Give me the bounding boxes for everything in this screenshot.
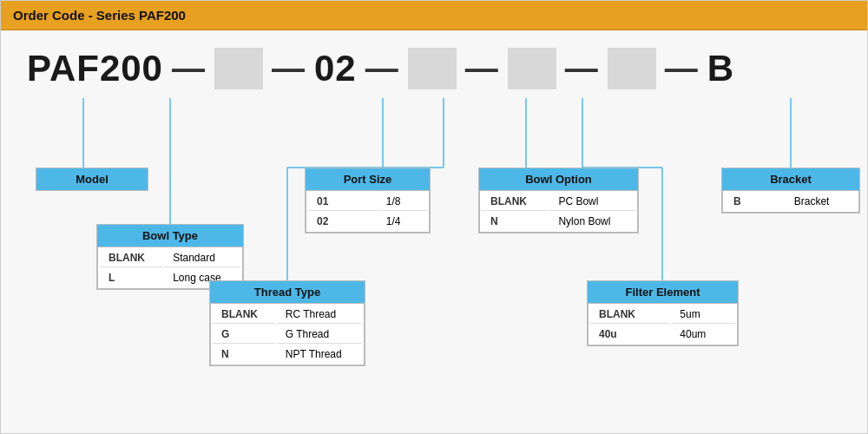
dash-4: — <box>457 50 508 88</box>
bowl-option-box: Bowl Option BLANKPC BowlNNylon Bowl <box>478 168 639 233</box>
thread-type-box: Thread Type BLANKRC ThreadGG ThreadNNPT … <box>209 280 365 366</box>
dash-5: — <box>556 50 608 88</box>
box-bowl-type <box>214 48 263 89</box>
order-code-row: PAF200 — — 02 — — — — B <box>18 39 850 89</box>
model-box: Model <box>36 168 148 191</box>
desc-cell: 5um <box>671 306 735 324</box>
code-cell: BLANK <box>100 249 162 267</box>
filter-element-box: Filter Element BLANK5um40u40um <box>587 280 739 346</box>
code-02: 02 <box>314 48 357 89</box>
table-row: BBracket <box>725 193 857 210</box>
desc-cell: 40um <box>671 326 735 343</box>
desc-cell: Nylon Bowl <box>549 213 635 230</box>
table-row: 40u40um <box>590 326 735 343</box>
desc-cell: Bracket <box>786 193 857 210</box>
code-cell: B <box>725 193 784 210</box>
dash-6: — <box>656 50 707 88</box>
desc-cell: PC Bowl <box>549 193 635 211</box>
table-row: 021/4 <box>308 213 427 230</box>
code-cell: L <box>100 269 162 286</box>
port-size-header: Port Size <box>306 168 430 190</box>
box-thread <box>408 48 457 89</box>
filter-element-table: BLANK5um40u40um <box>588 303 738 345</box>
desc-cell: 1/4 <box>378 213 427 230</box>
table-row: NNylon Bowl <box>482 213 635 230</box>
bowl-option-table: BLANKPC BowlNNylon Bowl <box>479 190 638 233</box>
bowl-type-header: Bowl Type <box>97 225 243 247</box>
box-filter <box>608 48 656 89</box>
desc-cell: Standard <box>164 249 240 267</box>
bowl-option-header: Bowl Option <box>479 168 638 190</box>
desc-cell: G Thread <box>277 326 362 344</box>
code-cell: N <box>482 213 548 230</box>
table-row: BLANKRC Thread <box>213 306 362 324</box>
table-row: 011/8 <box>308 193 427 211</box>
header-title: Order Code - Series PAF200 <box>13 8 186 23</box>
desc-cell: NPT Thread <box>277 345 362 363</box>
code-cell: 01 <box>308 193 376 211</box>
code-cell: BLANK <box>482 193 548 211</box>
port-size-table: 011/8021/4 <box>306 190 430 233</box>
content-area: PAF200 — — 02 — — — — B <box>1 30 867 433</box>
code-cell: 02 <box>308 213 376 230</box>
box-bowl-option <box>508 48 556 89</box>
model-header: Model <box>36 168 148 190</box>
code-cell: N <box>213 345 275 363</box>
table-row: NNPT Thread <box>213 345 362 363</box>
diagram-area: Model Bowl Type BLANKStandardLLong case … <box>18 89 850 385</box>
code-cell: G <box>213 326 275 344</box>
desc-cell: RC Thread <box>277 306 362 324</box>
desc-cell: 1/8 <box>378 193 427 211</box>
code-cell: 40u <box>590 326 669 343</box>
page-header: Order Code - Series PAF200 <box>1 1 867 30</box>
model-text: PAF200 <box>27 48 163 89</box>
dash-3: — <box>357 50 408 88</box>
dash-1: — <box>163 50 214 88</box>
code-cell: BLANK <box>590 306 669 324</box>
letter-b: B <box>707 48 734 89</box>
filter-element-header: Filter Element <box>588 281 738 303</box>
table-row: BLANKPC Bowl <box>482 193 635 211</box>
code-cell: BLANK <box>213 306 275 324</box>
bracket-table: BBracket <box>722 190 859 213</box>
port-size-box: Port Size 011/8021/4 <box>305 168 431 233</box>
table-row: BLANK5um <box>590 306 735 324</box>
bracket-box: Bracket BBracket <box>721 168 860 214</box>
table-row: BLANKStandard <box>100 249 240 267</box>
thread-type-table: BLANKRC ThreadGG ThreadNNPT Thread <box>210 303 365 365</box>
thread-type-header: Thread Type <box>210 281 365 303</box>
table-row: GG Thread <box>213 326 362 344</box>
page-wrapper: Order Code - Series PAF200 PAF200 — — 02… <box>0 0 868 434</box>
bracket-header: Bracket <box>722 168 859 190</box>
dash-2: — <box>263 50 314 88</box>
